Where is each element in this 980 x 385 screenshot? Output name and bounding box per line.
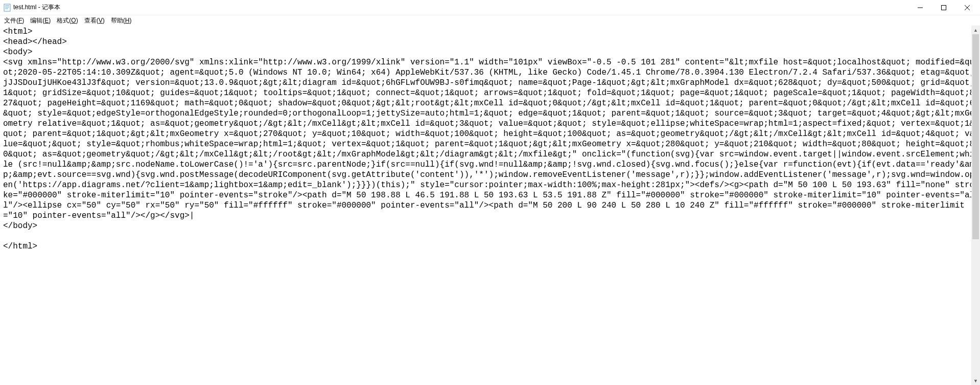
menu-help[interactable]: 帮助(H) <box>108 16 135 26</box>
menu-view[interactable]: 查看(V) <box>81 16 108 26</box>
text-editor[interactable]: <html> <head></head> <body> <svg xmlns="… <box>0 26 980 385</box>
scroll-up-icon[interactable]: ▲ <box>971 26 980 34</box>
scroll-down-icon[interactable]: ▼ <box>971 376 980 385</box>
menubar: 文件(F) 编辑(E) 格式(O) 查看(V) 帮助(H) <box>0 15 980 26</box>
window-controls <box>908 0 979 15</box>
minimize-button[interactable] <box>908 0 932 15</box>
notepad-icon <box>3 4 11 12</box>
menu-format[interactable]: 格式(O) <box>54 16 81 26</box>
menu-edit[interactable]: 编辑(E) <box>27 16 54 26</box>
titlebar: test.html - 记事本 <box>0 0 980 15</box>
window-title: test.html - 记事本 <box>13 3 60 12</box>
svg-rect-5 <box>942 5 946 10</box>
maximize-button[interactable] <box>932 0 955 15</box>
vertical-scrollbar[interactable]: ▲ ▼ <box>971 26 980 385</box>
close-button[interactable] <box>955 0 979 15</box>
svg-rect-0 <box>4 4 10 11</box>
scrollbar-thumb[interactable] <box>972 34 979 239</box>
menu-file[interactable]: 文件(F) <box>1 16 27 26</box>
scrollbar-track[interactable] <box>971 34 980 376</box>
